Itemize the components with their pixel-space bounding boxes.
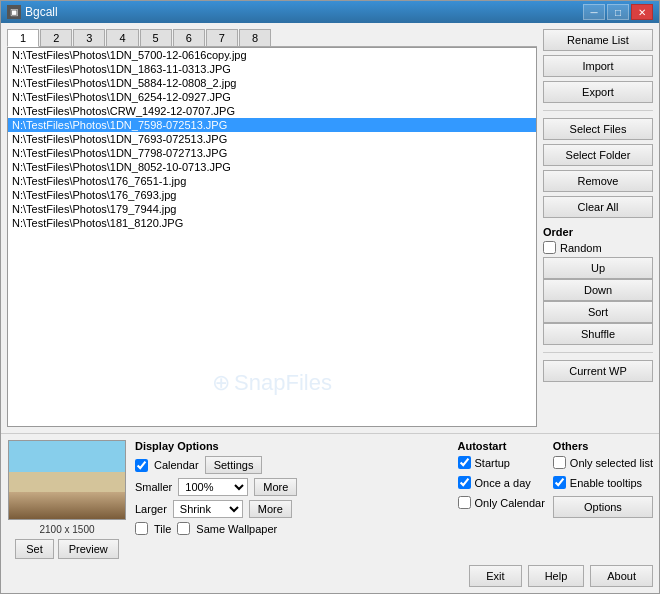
- list-item[interactable]: N:\TestFiles\Photos\CRW_1492-12-0707.JPG: [8, 104, 536, 118]
- bottom-buttons-bar: Exit Help About: [1, 565, 659, 593]
- title-bar: ▣ Bgcall ─ □ ✕: [1, 1, 659, 23]
- close-button[interactable]: ✕: [631, 4, 653, 20]
- same-wallpaper-checkbox[interactable]: [177, 522, 190, 535]
- list-item[interactable]: N:\TestFiles\Photos\1DN_7693-072513.JPG: [8, 132, 536, 146]
- calendar-label: Calendar: [154, 459, 199, 471]
- tabs-row: 1 2 3 4 5 6 7 8: [7, 29, 537, 47]
- smaller-select[interactable]: 100% 90% 80%: [178, 478, 248, 496]
- main-window: ▣ Bgcall ─ □ ✕ 1 2 3 4 5 6 7 8 N:\TestFi…: [0, 0, 660, 594]
- larger-row: Larger Shrink Stretch Fit More: [135, 500, 450, 518]
- tile-checkbox[interactable]: [135, 522, 148, 535]
- watermark: ⊕SnapFiles: [212, 370, 332, 396]
- larger-more-button[interactable]: More: [249, 500, 292, 518]
- settings-button[interactable]: Settings: [205, 456, 263, 474]
- tab-1[interactable]: 1: [7, 29, 39, 47]
- window-title: Bgcall: [25, 5, 58, 19]
- display-options-label: Display Options: [135, 440, 450, 452]
- rename-list-button[interactable]: Rename List: [543, 29, 653, 51]
- options-button[interactable]: Options: [553, 496, 653, 518]
- select-files-button[interactable]: Select Files: [543, 118, 653, 140]
- down-button[interactable]: Down: [543, 279, 653, 301]
- tab-3[interactable]: 3: [73, 29, 105, 46]
- autostart-label: Autostart: [458, 440, 545, 452]
- title-controls: ─ □ ✕: [583, 4, 653, 20]
- help-button[interactable]: Help: [528, 565, 585, 587]
- remove-button[interactable]: Remove: [543, 170, 653, 192]
- tab-6[interactable]: 6: [173, 29, 205, 46]
- list-item[interactable]: N:\TestFiles\Photos\176_7693.jpg: [8, 188, 536, 202]
- order-label: Order: [543, 226, 653, 238]
- list-item[interactable]: N:\TestFiles\Photos\1DN_5884-12-0808_2.j…: [8, 76, 536, 90]
- same-wallpaper-label: Same Wallpaper: [196, 523, 277, 535]
- list-item-selected[interactable]: N:\TestFiles\Photos\1DN_7598-072513.JPG: [8, 118, 536, 132]
- startup-checkbox[interactable]: [458, 456, 471, 469]
- display-options: Display Options Calendar Settings Smalle…: [135, 440, 450, 559]
- exit-button[interactable]: Exit: [469, 565, 521, 587]
- only-calendar-checkbox[interactable]: [458, 496, 471, 509]
- maximize-button[interactable]: □: [607, 4, 629, 20]
- smaller-row: Smaller 100% 90% 80% More: [135, 478, 450, 496]
- left-panel: 1 2 3 4 5 6 7 8 N:\TestFiles\Photos\1DN_…: [7, 29, 537, 427]
- export-button[interactable]: Export: [543, 81, 653, 103]
- calendar-checkbox[interactable]: [135, 459, 148, 472]
- list-item[interactable]: N:\TestFiles\Photos\181_8120.JPG: [8, 216, 536, 230]
- autostart-section: Autostart Startup Once a day Only Calend…: [458, 440, 545, 559]
- list-item[interactable]: N:\TestFiles\Photos\1DN_1863-11-0313.JPG: [8, 62, 536, 76]
- clear-all-button[interactable]: Clear All: [543, 196, 653, 218]
- shuffle-button[interactable]: Shuffle: [543, 323, 653, 345]
- tile-label: Tile: [154, 523, 171, 535]
- smaller-more-button[interactable]: More: [254, 478, 297, 496]
- others-section: Others Only selected list Enable tooltip…: [553, 440, 653, 559]
- enable-tooltips-checkbox[interactable]: [553, 476, 566, 489]
- random-label: Random: [560, 242, 602, 254]
- sort-button[interactable]: Sort: [543, 301, 653, 323]
- preview-button[interactable]: Preview: [58, 539, 119, 559]
- select-folder-button[interactable]: Select Folder: [543, 144, 653, 166]
- main-content: 1 2 3 4 5 6 7 8 N:\TestFiles\Photos\1DN_…: [1, 23, 659, 433]
- list-item[interactable]: N:\TestFiles\Photos\1DN_5700-12-0616copy…: [8, 48, 536, 62]
- thumbnail-image: [8, 440, 126, 520]
- once-a-day-label: Once a day: [475, 477, 531, 489]
- calendar-row: Calendar Settings: [135, 456, 450, 474]
- minimize-button[interactable]: ─: [583, 4, 605, 20]
- larger-select[interactable]: Shrink Stretch Fit: [173, 500, 243, 518]
- larger-label: Larger: [135, 503, 167, 515]
- others-label: Others: [553, 440, 653, 452]
- import-button[interactable]: Import: [543, 55, 653, 77]
- app-icon: ▣: [7, 5, 21, 19]
- up-button[interactable]: Up: [543, 257, 653, 279]
- only-calendar-label: Only Calendar: [475, 497, 545, 509]
- bottom-panel: 2100 x 1500 Set Preview Display Options …: [1, 433, 659, 565]
- tab-8[interactable]: 8: [239, 29, 271, 46]
- enable-tooltips-label: Enable tooltips: [570, 477, 642, 489]
- about-button[interactable]: About: [590, 565, 653, 587]
- smaller-label: Smaller: [135, 481, 172, 493]
- only-selected-checkbox[interactable]: [553, 456, 566, 469]
- list-item[interactable]: N:\TestFiles\Photos\1DN_7798-072713.JPG: [8, 146, 536, 160]
- tab-7[interactable]: 7: [206, 29, 238, 46]
- separator-2: [543, 352, 653, 353]
- thumbnail-buttons: Set Preview: [15, 539, 119, 559]
- only-selected-label: Only selected list: [570, 457, 653, 469]
- tab-4[interactable]: 4: [106, 29, 138, 46]
- tab-2[interactable]: 2: [40, 29, 72, 46]
- list-item[interactable]: N:\TestFiles\Photos\1DN_6254-12-0927.JPG: [8, 90, 536, 104]
- once-a-day-checkbox[interactable]: [458, 476, 471, 489]
- right-panel: Rename List Import Export Select Files S…: [543, 29, 653, 427]
- only-selected-row: Only selected list: [553, 456, 653, 469]
- list-item[interactable]: N:\TestFiles\Photos\179_7944.jpg: [8, 202, 536, 216]
- random-row: Random: [543, 241, 653, 254]
- thumbnail-size: 2100 x 1500: [39, 524, 94, 535]
- thumbnail-area: 2100 x 1500 Set Preview: [7, 440, 127, 559]
- only-calendar-row: Only Calendar: [458, 496, 545, 509]
- title-bar-left: ▣ Bgcall: [7, 5, 58, 19]
- separator-1: [543, 110, 653, 111]
- current-wp-button[interactable]: Current WP: [543, 360, 653, 382]
- set-button[interactable]: Set: [15, 539, 54, 559]
- list-item[interactable]: N:\TestFiles\Photos\1DN_8052-10-0713.JPG: [8, 160, 536, 174]
- tab-5[interactable]: 5: [140, 29, 172, 46]
- enable-tooltips-row: Enable tooltips: [553, 476, 653, 489]
- file-list[interactable]: N:\TestFiles\Photos\1DN_5700-12-0616copy…: [7, 47, 537, 427]
- list-item[interactable]: N:\TestFiles\Photos\176_7651-1.jpg: [8, 174, 536, 188]
- random-checkbox[interactable]: [543, 241, 556, 254]
